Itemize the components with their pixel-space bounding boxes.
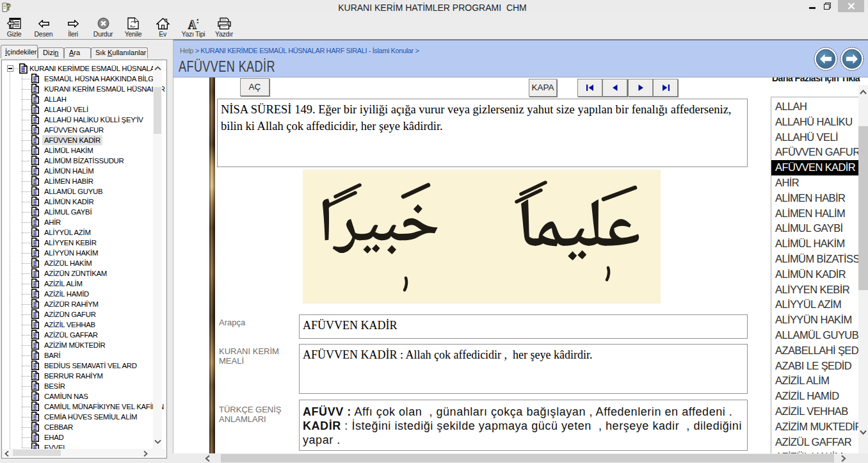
svg-text:A: A xyxy=(188,19,197,29)
svg-text:?: ? xyxy=(6,3,11,12)
